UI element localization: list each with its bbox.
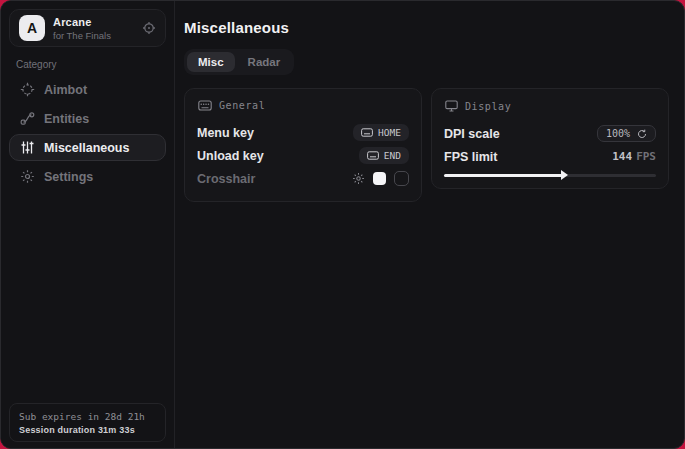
crosshair-color-swatch[interactable] (373, 172, 386, 185)
sub-expiry-text: Sub expires in 28d 21h (19, 411, 156, 422)
menu-key-label: Menu key (197, 126, 254, 140)
sidebar-item-entities[interactable]: Entities (9, 105, 166, 132)
fps-slider-thumb[interactable] (561, 170, 568, 180)
app-window: A Arcane for The Finals Category (0, 0, 685, 449)
app-header-card: A Arcane for The Finals (9, 9, 166, 47)
menu-key-row: Menu key HOME (197, 121, 409, 144)
sliders-icon (20, 140, 35, 155)
sidebar-item-aimbot[interactable]: Aimbot (9, 76, 166, 103)
unload-key-label: Unload key (197, 149, 264, 163)
fps-number: 144 (612, 150, 632, 163)
sidebar-nav: Aimbot Entities (1, 76, 174, 190)
app-subtitle: for The Finals (53, 30, 111, 41)
crosshair-checkbox[interactable] (394, 171, 409, 186)
gear-icon (20, 169, 35, 184)
dpi-scale-label: DPI scale (444, 127, 500, 141)
sidebar: A Arcane for The Finals Category (1, 1, 175, 448)
sidebar-item-settings[interactable]: Settings (9, 163, 166, 190)
dpi-scale-button[interactable]: 100% (597, 125, 656, 142)
session-duration-text: Session duration 31m 33s (19, 425, 156, 435)
general-card-header: General (198, 100, 409, 111)
fps-limit-label: FPS limit (444, 150, 497, 164)
monitor-icon (445, 100, 458, 112)
menu-key-value: HOME (378, 127, 401, 138)
keyboard-icon (361, 128, 373, 137)
sidebar-item-miscellaneous[interactable]: Miscellaneous (9, 134, 166, 161)
entities-icon (20, 111, 35, 126)
category-label: Category (16, 59, 174, 70)
page-title: Miscellaneous (184, 19, 670, 36)
fps-unit: FPS (636, 150, 656, 163)
main-panel: Miscellaneous Misc Radar General (175, 1, 684, 448)
subscription-card: Sub expires in 28d 21h Session duration … (9, 403, 166, 442)
crosshair-label: Crosshair (197, 172, 255, 186)
keyboard-section-icon (198, 100, 212, 111)
cards-row: General Menu key HOME Unload key (184, 88, 670, 202)
sidebar-item-label: Settings (44, 170, 93, 184)
reset-icon (637, 129, 647, 139)
crosshair-settings-gear-icon[interactable] (352, 172, 365, 185)
general-card: General Menu key HOME Unload key (184, 88, 422, 202)
tab-bar: Misc Radar (184, 49, 294, 75)
app-logo: A (19, 15, 45, 41)
crosshair-controls (352, 171, 409, 186)
fps-slider-fill (444, 174, 563, 177)
dpi-scale-value: 100% (606, 128, 630, 139)
unload-key-row: Unload key END (197, 144, 409, 167)
display-card: Display DPI scale 100% FPS limit (431, 88, 669, 189)
fps-limit-row: FPS limit 144 FPS (444, 145, 656, 168)
fps-limit-value: 144 FPS (612, 150, 656, 163)
app-header-text: Arcane for The Finals (53, 16, 111, 41)
dpi-scale-row: DPI scale 100% (444, 122, 656, 145)
crosshair-row: Crosshair (197, 167, 409, 190)
keyboard-icon (367, 151, 379, 160)
sidebar-item-label: Miscellaneous (44, 141, 129, 155)
sidebar-item-label: Entities (44, 112, 89, 126)
tab-misc[interactable]: Misc (187, 52, 235, 72)
general-card-title: General (219, 100, 265, 111)
tab-radar[interactable]: Radar (237, 52, 292, 72)
menu-key-button[interactable]: HOME (353, 124, 409, 141)
target-icon[interactable] (142, 21, 156, 35)
unload-key-value: END (384, 150, 401, 161)
unload-key-button[interactable]: END (359, 147, 409, 164)
fps-slider[interactable] (444, 174, 656, 177)
display-card-header: Display (445, 100, 656, 112)
crosshair-icon (20, 82, 35, 97)
display-card-title: Display (465, 101, 511, 112)
app-name: Arcane (53, 16, 111, 28)
sidebar-item-label: Aimbot (44, 83, 87, 97)
